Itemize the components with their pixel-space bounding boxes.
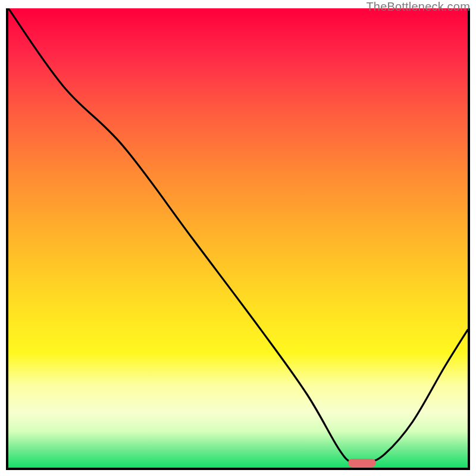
watermark-text: TheBottleneck.com (366, 0, 470, 14)
gradient-background (8, 8, 468, 468)
chart-canvas: TheBottleneck.com (0, 0, 476, 476)
optimum-marker (348, 459, 375, 467)
axis-right (468, 8, 470, 470)
axis-left (6, 8, 8, 470)
axis-bottom (6, 468, 470, 470)
